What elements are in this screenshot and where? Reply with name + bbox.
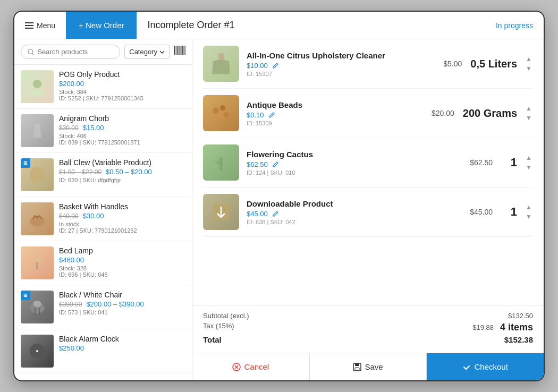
order-item-id: ID: 124 | SKU: 010 [247,169,462,176]
product-sidebar: Category [14,39,192,380]
svg-rect-10 [181,46,182,55]
sku-info: ID: 839 | SKU: 7791250001871 [59,139,185,146]
increase-button[interactable]: ▲ [525,104,533,113]
sale-price: $30.00 [83,212,104,220]
product-name: Basket With Handles [59,202,185,211]
order-item-id: ID: 15307 [247,71,436,77]
svg-rect-18 [36,262,38,269]
svg-rect-2 [25,28,33,29]
total-value: $152.38 [504,335,533,344]
stock-info: Stock: 384 [59,89,185,95]
order-item-price: $10.00 [247,62,268,70]
save-button[interactable]: Save [310,353,427,380]
edit-icon[interactable] [268,112,275,118]
list-item[interactable]: Black Alarm Clock $250.00 [14,329,192,373]
decrease-button[interactable]: ▼ [525,64,533,73]
product-name: POS Only Product [59,70,185,79]
order-item-controls: $20.00 200 Grams [432,107,517,120]
menu-button[interactable]: Menu [14,12,66,39]
cancel-button[interactable]: Cancel [192,353,310,380]
tax-row: Tax (15%) $19.88 4 items [203,322,533,333]
order-item-name: Antique Beads [247,100,424,109]
sale-price: $0.50 – $20.00 [106,168,152,176]
svg-rect-1 [25,25,33,26]
increase-button[interactable]: ▲ [525,203,533,211]
decrease-button[interactable]: ▼ [525,114,533,122]
product-info: Ball Clew (Variable Product) $1.00 – $22… [59,158,185,183]
search-bar: Category [14,39,192,65]
svg-rect-12 [184,46,184,55]
list-item[interactable]: Bed Lamp $460.00 Stock: 328 ID: 696 | SK… [14,241,192,285]
edit-icon[interactable] [272,62,279,69]
decrease-button[interactable]: ▼ [525,163,533,172]
svg-point-30 [213,159,217,163]
checkout-label: Checkout [474,362,508,371]
category-dropdown[interactable]: Category [124,45,170,59]
svg-point-20 [33,301,41,307]
subtotal-value: $132.50 [508,312,533,320]
order-item-controls: $45.00 1 [470,205,517,219]
new-order-button[interactable]: + New Order [66,12,137,39]
barcode-button[interactable] [174,46,185,58]
search-icon [28,48,34,56]
order-item: Downloadable Product $45.00 ID: 638 | SK… [203,188,533,237]
variable-badge: ⊞ [21,158,30,168]
order-item-name: Flowering Cactus [247,150,462,159]
footer-actions: Cancel Save Checkout [192,353,544,380]
order-item-id: ID: 15309 [247,120,424,126]
svg-point-3 [28,49,33,54]
original-price: $30.00 [59,124,79,132]
edit-icon[interactable] [272,210,279,217]
order-item-id: ID: 638 | SKU: 042 [247,219,462,225]
product-image [21,70,54,103]
list-item[interactable]: ⊞ Black / White Chair $390.00 $200.00 – … [14,285,192,329]
cancel-label: Cancel [244,362,269,371]
product-image [21,202,54,235]
quantity-display: 1 [501,156,517,169]
list-item[interactable]: ⊞ Ball Clew (Variable Product) $1.00 – $… [14,153,192,197]
order-title: Incomplete Order #1 [137,20,485,31]
order-item-total: $20.00 [432,109,454,117]
svg-rect-37 [355,368,359,370]
order-item-total: $45.00 [470,208,493,216]
product-info: POS Only Product $200.00 Stock: 384 ID: … [59,70,185,101]
search-input[interactable] [37,48,113,56]
status-badge: In progress [485,21,544,30]
sale-price: $15.00 [83,124,104,132]
product-info: Black Alarm Clock $250.00 [59,335,185,353]
chevron-down-icon [159,50,165,54]
quantity-controls: ▲ ▼ [525,154,533,172]
order-item-image [203,46,239,82]
header: Menu + New Order Incomplete Order #1 In … [14,12,544,39]
list-item[interactable]: POS Only Product $200.00 Stock: 384 ID: … [14,65,192,109]
stock-info: In stock [59,221,185,227]
increase-button[interactable]: ▲ [525,154,533,162]
quantity-controls: ▲ ▼ [525,104,533,122]
order-item-info: Flowering Cactus $62.50 ID: 124 | SKU: 0… [247,150,462,176]
list-item[interactable]: Anigram Chorb $30.00 $15.00 Stock: 406 I… [14,109,192,153]
order-item: All-In-One Citrus Upholstery Cleaner $10… [203,39,533,89]
save-icon [353,363,361,371]
order-item: Flowering Cactus $62.50 ID: 124 | SKU: 0… [203,138,533,188]
edit-icon[interactable] [272,161,279,168]
quantity-display: 200 Grams [463,107,517,120]
order-item-image [203,95,239,131]
order-panel: All-In-One Citrus Upholstery Cleaner $10… [192,39,544,380]
product-price: $200.00 [59,80,84,88]
checkout-button[interactable]: Checkout [427,353,544,380]
tax-label: Tax (15%) [203,322,234,333]
quantity-controls: ▲ ▼ [525,55,533,73]
svg-rect-28 [219,157,223,171]
decrease-button[interactable]: ▼ [525,212,533,221]
svg-rect-13 [185,46,186,55]
svg-point-26 [216,112,223,120]
original-price: $1.00 – $22.00 [59,168,102,176]
svg-point-25 [220,105,225,110]
svg-rect-9 [180,46,181,55]
product-price: $250.00 [59,344,84,352]
product-image [21,246,54,279]
list-item[interactable]: Basket With Handles $40.00 $30.00 In sto… [14,197,192,241]
increase-button[interactable]: ▲ [525,55,533,63]
original-price: $40.00 [59,212,79,220]
sale-price: $200.00 – $390.00 [86,300,143,308]
